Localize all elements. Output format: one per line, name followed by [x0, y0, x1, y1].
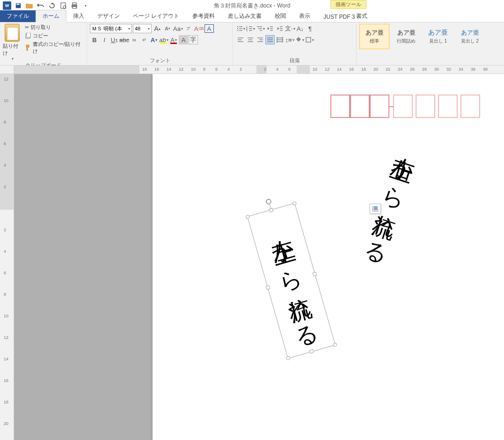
horizontal-ruler[interactable]: 1816141210864224610121416182022242628303…	[14, 66, 504, 74]
undo-icon[interactable]	[36, 1, 46, 10]
text-effects-button[interactable]: A▾	[149, 35, 159, 44]
shading-button[interactable]: ▾	[295, 35, 304, 44]
font-color-button[interactable]: A▾	[169, 35, 178, 44]
rotate-handle[interactable]	[264, 198, 272, 205]
phonetic-guide-button[interactable]: ア	[184, 24, 193, 33]
svg-point-7	[237, 26, 238, 27]
increase-indent-button[interactable]	[275, 24, 285, 33]
copy-icon	[25, 33, 31, 39]
grow-font-button[interactable]: A▴	[153, 24, 162, 33]
quick-access-toolbar: W ▾	[0, 1, 93, 10]
text-direction-button[interactable]: 文↕▾	[285, 24, 295, 33]
bullets-button[interactable]: ▾	[236, 24, 245, 33]
numbering-button[interactable]: 123▾	[246, 24, 255, 33]
textbox-left-selected[interactable]: 左上から流れる	[247, 203, 336, 359]
layout-options-button[interactable]	[370, 204, 381, 214]
document-canvas[interactable]: 右上から流れる 左上から流れる	[14, 74, 504, 440]
drawing-tools-contextual-tab: 描画ツール	[330, 0, 366, 9]
resize-handle[interactable]	[269, 208, 273, 213]
style-heading-2[interactable]: あア亜 見出し 2	[455, 24, 485, 49]
shrink-font-button[interactable]: A▾	[163, 24, 172, 33]
strikethrough-button[interactable]: abc	[119, 35, 129, 44]
distribute-button[interactable]	[275, 35, 285, 44]
svg-rect-3	[73, 3, 76, 5]
postal-box	[370, 95, 389, 118]
paste-button[interactable]: 貼り付け ▾	[3, 24, 22, 61]
tab-design[interactable]: デザイン	[91, 10, 126, 22]
resize-handle[interactable]	[313, 271, 317, 276]
textbox-left-text: 左上から流れる	[263, 220, 320, 341]
highlight-button[interactable]: ab▾	[159, 35, 168, 44]
resize-handle[interactable]	[286, 356, 291, 360]
group-label-paragraph: 段落	[236, 56, 353, 65]
group-clipboard: 貼り付け ▾ ✂ 切り取り コピー 書式のコピー/貼り付け クリップボード	[0, 22, 87, 65]
line-spacing-button[interactable]: ↕≡▾	[285, 35, 294, 44]
align-center-button[interactable]	[246, 35, 255, 44]
textbox-right[interactable]: 右上から流れる	[365, 139, 423, 258]
group-styles: あア亜 標準 あア亜 行間詰め あア亜 見出し 1 あア亜 見出し 2	[357, 22, 504, 65]
borders-button[interactable]: ▾	[305, 35, 314, 44]
postal-box	[460, 95, 480, 118]
cut-button[interactable]: ✂ 切り取り	[25, 24, 84, 31]
main-area: 121086422468101214161820 右上から流れる 左上から流れる	[0, 74, 504, 440]
svg-text:3: 3	[246, 29, 248, 32]
superscript-button[interactable]: x²	[139, 35, 149, 44]
document-page: 右上から流れる 左上から流れる	[153, 74, 504, 440]
postal-box	[416, 95, 435, 118]
italic-button[interactable]: I	[100, 35, 109, 44]
svg-point-9	[237, 28, 238, 29]
justify-button[interactable]	[265, 35, 275, 44]
tab-file[interactable]: ファイル	[0, 10, 36, 22]
tab-mailings[interactable]: 差し込み文書	[221, 10, 268, 22]
scissors-icon: ✂	[25, 24, 29, 30]
tab-page-layout[interactable]: ページ レイアウト	[126, 10, 186, 22]
print-preview-icon[interactable]	[58, 1, 68, 10]
decrease-indent-button[interactable]	[265, 24, 275, 33]
resize-handle[interactable]	[333, 342, 337, 347]
postal-dash	[389, 95, 393, 118]
quick-print-icon[interactable]	[69, 1, 80, 10]
svg-rect-6	[27, 33, 30, 37]
align-left-button[interactable]	[236, 35, 245, 44]
bold-button[interactable]: B	[90, 35, 99, 44]
font-size-select[interactable]: 48▾	[133, 24, 152, 33]
sort-button[interactable]: A↓	[296, 24, 305, 33]
style-no-spacing[interactable]: あア亜 行間詰め	[391, 24, 421, 49]
redo-icon[interactable]	[47, 1, 57, 10]
char-shading-button[interactable]: A	[179, 35, 188, 44]
enclose-char-button[interactable]: A	[205, 24, 214, 33]
format-painter-button[interactable]: 書式のコピー/貼り付け	[25, 41, 84, 55]
tab-references[interactable]: 参考資料	[186, 10, 221, 22]
resize-handle[interactable]	[292, 201, 297, 206]
show-marks-button[interactable]: ¶	[306, 24, 315, 33]
underline-button[interactable]: U▾	[110, 35, 119, 44]
style-heading-1[interactable]: あア亜 見出し 1	[423, 24, 453, 49]
align-right-button[interactable]	[256, 35, 265, 44]
copy-button[interactable]: コピー	[25, 32, 84, 39]
multilevel-list-button[interactable]: ▾	[256, 24, 265, 33]
resize-handle[interactable]	[309, 349, 314, 353]
font-name-select[interactable]: ＭＳ 明朝 (本▾	[90, 24, 132, 33]
change-case-button[interactable]: Aa▾	[173, 24, 183, 33]
subscript-button[interactable]: x₂	[130, 35, 139, 44]
word-app-icon[interactable]: W	[2, 1, 12, 10]
style-normal[interactable]: あア亜 標準	[359, 24, 389, 49]
ribbon: 貼り付け ▾ ✂ 切り取り コピー 書式のコピー/貼り付け クリップボード	[0, 22, 504, 66]
save-icon[interactable]	[13, 1, 23, 10]
vertical-ruler[interactable]: 121086422468101214161820	[0, 74, 14, 440]
svg-point-11	[237, 30, 238, 31]
tab-home[interactable]: ホーム	[36, 10, 66, 22]
paste-icon	[5, 24, 20, 42]
ribbon-tabs: ファイル ホーム 挿入 デザイン ページ レイアウト 参考資料 差し込み文書 校…	[0, 11, 504, 22]
tab-review[interactable]: 校閲	[268, 10, 292, 22]
resize-handle[interactable]	[266, 285, 270, 290]
tab-format[interactable]: 書式	[350, 10, 374, 22]
qat-customize-icon[interactable]: ▾	[80, 1, 91, 10]
char-border-button[interactable]: 字	[189, 35, 198, 44]
open-icon[interactable]	[24, 1, 35, 10]
tab-view[interactable]: 表示	[292, 10, 317, 22]
clear-formatting-button[interactable]: A⌫	[194, 24, 204, 33]
ruler-area: 1816141210864224610121416182022242628303…	[0, 66, 504, 74]
tab-insert[interactable]: 挿入	[66, 10, 91, 22]
resize-handle[interactable]	[245, 214, 250, 219]
